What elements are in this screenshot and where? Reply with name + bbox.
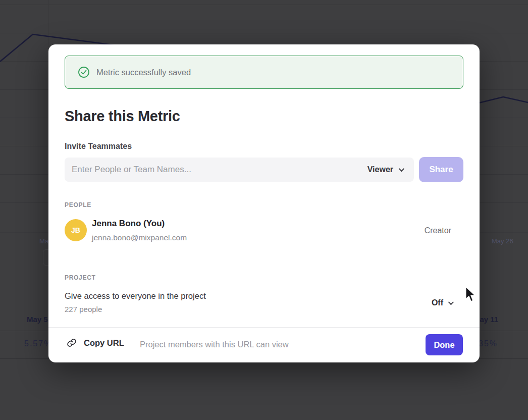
people-section-label: PEOPLE: [65, 201, 91, 208]
role-dropdown-value: Viewer: [367, 165, 393, 174]
check-circle-icon: [78, 67, 89, 78]
project-access-value: Off: [432, 298, 443, 307]
copy-url-button[interactable]: Copy URL: [67, 338, 124, 348]
table-cell-value: 35%: [479, 339, 498, 348]
invite-input-container: Viewer: [65, 158, 414, 182]
project-section-label: PROJECT: [65, 274, 96, 281]
link-icon: [67, 338, 77, 348]
modal-footer: Copy URL Project members with this URL c…: [48, 327, 480, 362]
project-access-title: Give access to everyone in the project: [65, 291, 206, 301]
invite-teammates-label: Invite Teammates: [65, 142, 132, 151]
avatar: JB: [65, 219, 87, 241]
project-access-dropdown[interactable]: Off: [432, 298, 452, 307]
role-dropdown[interactable]: Viewer: [367, 158, 403, 182]
table-header-date: May 5: [27, 315, 48, 324]
mouse-cursor: [463, 286, 479, 304]
member-email: jenna.bono@mixpanel.com: [92, 233, 187, 242]
x-axis-label-right: May 26: [492, 237, 513, 245]
member-name: Jenna Bono (You): [92, 219, 165, 229]
chevron-down-icon: [448, 299, 454, 305]
share-button[interactable]: Share: [419, 157, 463, 182]
share-metric-modal: Metric successfully saved Share this Met…: [48, 44, 480, 362]
copy-url-label: Copy URL: [84, 338, 124, 348]
project-people-count: 227 people: [65, 305, 102, 313]
success-toast: Metric successfully saved: [65, 56, 463, 89]
toast-message: Metric successfully saved: [96, 68, 191, 77]
done-button[interactable]: Done: [426, 334, 463, 355]
member-role: Creator: [425, 226, 451, 235]
invite-people-input[interactable]: [65, 158, 414, 182]
modal-title: Share this Metric: [65, 108, 180, 125]
url-permission-hint: Project members with this URL can view: [140, 340, 289, 349]
